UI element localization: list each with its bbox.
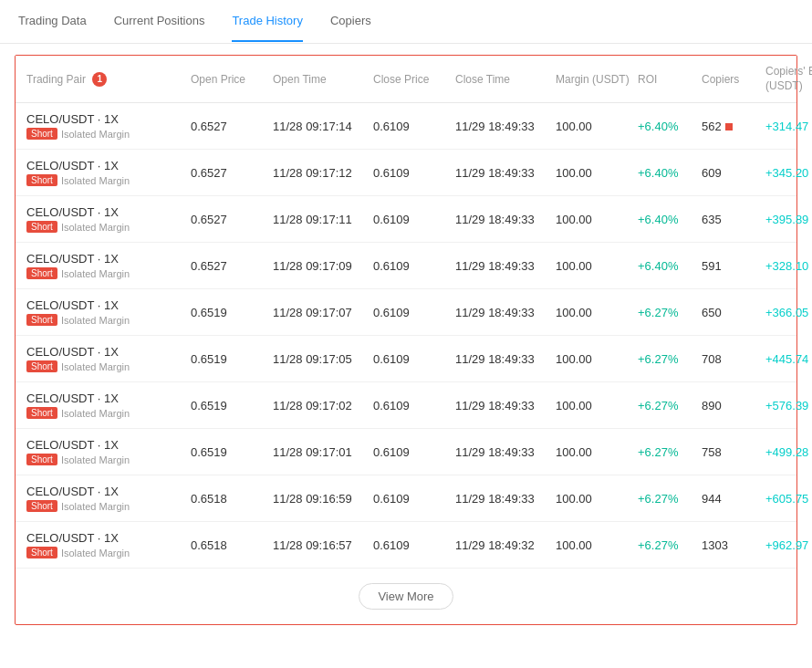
roi: +6.27% — [638, 492, 702, 506]
copiers: 944 — [702, 492, 765, 506]
margin: 100.00 — [556, 399, 638, 412]
close-time: 11/29 18:49:32 — [455, 538, 556, 552]
margin: 100.00 — [556, 492, 638, 506]
col-badge: 1 — [92, 72, 107, 87]
copiers-earnings: +499.28 — [765, 445, 812, 459]
nav-tabs: Trading Data Current Positions Trade His… — [0, 0, 812, 44]
table-row: CELO/USDT · 1X Short Isolated Margin 0.6… — [16, 429, 796, 475]
table-row: CELO/USDT · 1X Short Isolated Margin 0.6… — [16, 475, 796, 522]
pair-badges: Short Isolated Margin — [26, 314, 191, 326]
table-row: CELO/USDT · 1X Short Isolated Margin 0.6… — [16, 103, 796, 150]
open-time: 11/28 09:16:57 — [273, 538, 373, 552]
pair-name: CELO/USDT · 1X — [26, 205, 191, 219]
close-time: 11/29 18:49:33 — [455, 352, 556, 366]
copiers: 890 — [702, 399, 765, 412]
copiers-earnings: +314.47 — [765, 120, 812, 133]
table-row: CELO/USDT · 1X Short Isolated Margin 0.6… — [16, 150, 796, 196]
margin: 100.00 — [556, 166, 638, 180]
copiers-earnings: +328.10 — [765, 259, 812, 273]
margin: 100.00 — [556, 352, 638, 366]
tab-current-positions[interactable]: Current Positions — [114, 1, 205, 42]
tab-trade-history[interactable]: Trade History — [232, 1, 303, 42]
col-copiers: Copiers — [702, 73, 765, 86]
pair-name: CELO/USDT · 1X — [26, 391, 191, 405]
trade-history-table: Trading Pair 1 Open Price Open Time Clos… — [15, 55, 797, 625]
badge-margin: Isolated Margin — [61, 361, 130, 372]
copiers: 708 — [702, 352, 765, 366]
col-close-price: Close Price — [373, 73, 455, 86]
pair-cell: CELO/USDT · 1X Short Isolated Margin — [26, 345, 191, 372]
badge-short: Short — [26, 547, 57, 558]
table-row: CELO/USDT · 1X Short Isolated Margin 0.6… — [16, 336, 796, 382]
close-price: 0.6109 — [373, 492, 455, 506]
pair-name: CELO/USDT · 1X — [26, 159, 191, 172]
pair-cell: CELO/USDT · 1X Short Isolated Margin — [26, 391, 191, 419]
pair-name: CELO/USDT · 1X — [26, 112, 191, 126]
open-price: 0.6519 — [191, 306, 273, 319]
badge-margin: Isolated Margin — [61, 129, 130, 140]
badge-short: Short — [26, 360, 57, 372]
view-more-button[interactable]: View More — [359, 583, 453, 610]
close-price: 0.6109 — [373, 213, 455, 226]
close-price: 0.6109 — [373, 538, 455, 552]
badge-short: Short — [26, 407, 57, 419]
pair-cell: CELO/USDT · 1X Short Isolated Margin — [26, 485, 191, 512]
open-time: 11/28 09:17:07 — [273, 306, 373, 319]
pair-name: CELO/USDT · 1X — [26, 298, 191, 312]
roi: +6.40% — [638, 259, 702, 273]
pair-cell: CELO/USDT · 1X Short Isolated Margin — [26, 298, 191, 326]
copiers-earnings: +962.97 — [765, 538, 812, 552]
table-row: CELO/USDT · 1X Short Isolated Margin 0.6… — [16, 522, 796, 568]
badge-margin: Isolated Margin — [61, 175, 130, 186]
close-time: 11/29 18:49:33 — [455, 492, 556, 506]
pair-cell: CELO/USDT · 1X Short Isolated Margin — [26, 205, 191, 233]
col-open-time: Open Time — [273, 73, 373, 86]
close-price: 0.6109 — [373, 120, 455, 133]
close-price: 0.6109 — [373, 445, 455, 459]
pair-badges: Short Isolated Margin — [26, 500, 191, 512]
badge-short: Short — [26, 314, 57, 326]
badge-margin: Isolated Margin — [61, 315, 130, 326]
close-time: 11/29 18:49:33 — [455, 166, 556, 180]
badge-short: Short — [26, 221, 57, 233]
open-time: 11/28 09:17:12 — [273, 166, 373, 180]
tab-trading-data[interactable]: Trading Data — [18, 1, 87, 42]
col-copiers-earnings: Copiers' Earnings (USDT) — [765, 65, 812, 93]
pair-name: CELO/USDT · 1X — [26, 252, 191, 266]
copiers-earnings: +345.20 — [765, 166, 812, 180]
margin: 100.00 — [556, 306, 638, 319]
margin: 100.00 — [556, 259, 638, 273]
roi: +6.27% — [638, 538, 702, 552]
table-body: CELO/USDT · 1X Short Isolated Margin 0.6… — [16, 103, 796, 568]
open-time: 11/28 09:17:05 — [273, 352, 373, 366]
close-time: 11/29 18:49:33 — [455, 445, 556, 459]
open-time: 11/28 09:16:59 — [273, 492, 373, 506]
pair-badges: Short Isolated Margin — [26, 407, 191, 419]
copiers: 758 — [702, 445, 765, 459]
copiers: 1303 — [702, 538, 765, 552]
badge-margin: Isolated Margin — [61, 454, 130, 465]
badge-short: Short — [26, 454, 57, 465]
open-time: 11/28 09:17:14 — [273, 120, 373, 133]
close-time: 11/29 18:49:33 — [455, 259, 556, 273]
mini-bar — [725, 123, 733, 130]
close-price: 0.6109 — [373, 166, 455, 180]
roi: +6.40% — [638, 213, 702, 226]
copiers-earnings: +366.05 — [765, 306, 812, 319]
col-close-time: Close Time — [455, 73, 556, 86]
copiers: 609 — [702, 166, 765, 180]
pair-name: CELO/USDT · 1X — [26, 531, 191, 545]
open-time: 11/28 09:17:01 — [273, 445, 373, 459]
open-time: 11/28 09:17:02 — [273, 399, 373, 412]
copiers: 591 — [702, 259, 765, 273]
open-price: 0.6518 — [191, 492, 273, 506]
pair-badges: Short Isolated Margin — [26, 174, 191, 186]
badge-short: Short — [26, 500, 57, 512]
pair-cell: CELO/USDT · 1X Short Isolated Margin — [26, 252, 191, 279]
close-price: 0.6109 — [373, 352, 455, 366]
open-price: 0.6518 — [191, 538, 273, 552]
table-row: CELO/USDT · 1X Short Isolated Margin 0.6… — [16, 243, 796, 289]
pair-badges: Short Isolated Margin — [26, 360, 191, 372]
tab-copiers[interactable]: Copiers — [330, 1, 371, 42]
roi: +6.27% — [638, 352, 702, 366]
